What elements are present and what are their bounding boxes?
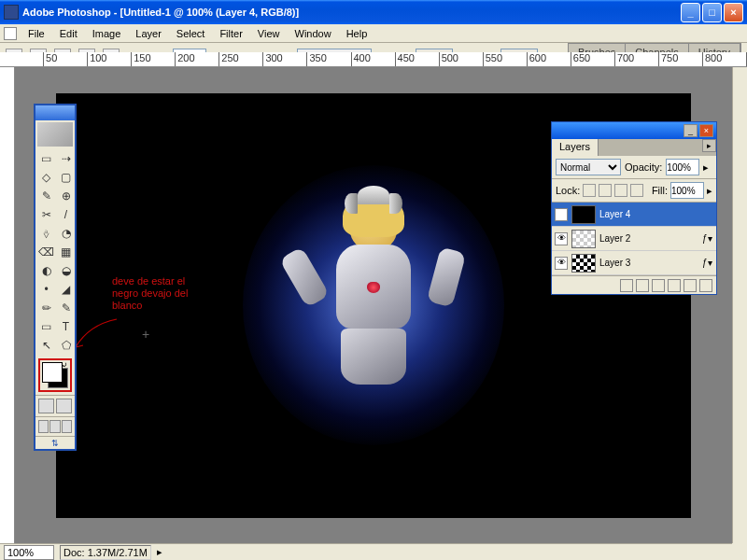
layer-style-button[interactable] <box>620 279 633 292</box>
layer-thumb[interactable] <box>571 230 596 248</box>
jump-to-icon[interactable]: ⇅ <box>35 436 75 449</box>
opacity-label: Opacity: <box>625 161 662 173</box>
fill-input[interactable] <box>670 182 704 199</box>
window-titlebar: Adobe Photoshop - [Untitled-1 @ 100% (La… <box>0 0 747 24</box>
layer-thumb[interactable] <box>571 205 596 224</box>
slice-tool[interactable]: ⊕ <box>56 187 76 205</box>
lock-image-icon[interactable] <box>599 184 612 197</box>
hand-tool[interactable]: ↖ <box>36 336 56 355</box>
window-title: Adobe Photoshop - [Untitled-1 @ 100% (La… <box>22 7 681 18</box>
lasso-tool[interactable]: ◇ <box>36 168 56 187</box>
blend-mode-select[interactable]: Normal <box>556 159 621 175</box>
opacity-arrow-icon[interactable]: ▸ <box>703 161 709 174</box>
pen-tool[interactable]: ✏ <box>36 299 56 317</box>
lock-label: Lock: <box>556 185 580 196</box>
marquee-tool[interactable]: ▭ <box>36 149 56 168</box>
panel-header[interactable]: _ × <box>552 122 716 139</box>
eraser-tool[interactable]: ⌫ <box>36 243 56 261</box>
menu-filter[interactable]: Filter <box>212 26 249 41</box>
zoom-tool[interactable]: ⬠ <box>56 336 76 355</box>
layer-name[interactable]: Layer 4 <box>599 209 713 219</box>
eyedropper-tool[interactable]: T <box>56 317 76 336</box>
layer-mask-button[interactable] <box>636 279 649 292</box>
type-tool[interactable]: ◢ <box>56 280 76 299</box>
screen-menubar[interactable] <box>49 420 60 433</box>
maximize-button[interactable]: □ <box>702 3 722 22</box>
layer-name[interactable]: Layer 3 <box>599 258 698 268</box>
dodge-tool[interactable]: ◒ <box>56 261 76 280</box>
healing-tool[interactable]: ✂ <box>36 205 56 224</box>
menu-edit[interactable]: Edit <box>52 26 85 41</box>
status-bar: 100% Doc: 1.37M/2.71M ▸ <box>0 543 732 560</box>
notes-tool[interactable]: ▭ <box>36 317 56 336</box>
layer-style-icon[interactable]: ƒ▾ <box>702 258 713 268</box>
crosshair-cursor: + <box>142 327 149 342</box>
menu-layer[interactable]: Layer <box>128 26 169 41</box>
shape-tool[interactable]: ✎ <box>56 299 76 317</box>
lock-position-icon[interactable] <box>614 184 627 197</box>
toolbox-header[interactable] <box>35 105 75 120</box>
color-swatch[interactable]: ⤾ <box>38 358 72 392</box>
minimize-button[interactable]: _ <box>681 3 700 22</box>
fill-label: Fill: <box>652 185 668 196</box>
visibility-icon[interactable]: 👁 <box>555 257 568 270</box>
lock-all-icon[interactable] <box>630 184 643 197</box>
gradient-tool[interactable]: ▦ <box>56 243 76 261</box>
toolbox[interactable]: ▭ ⇢ ◇ ▢ ✎ ⊕ ✂ / ⎀ ◔ ⌫ ▦ ◐ ◒ • ◢ ✏ ✎ ▭ T … <box>34 104 77 451</box>
doc-size[interactable]: Doc: 1.37M/2.71M <box>60 545 151 560</box>
opacity-input[interactable] <box>666 159 699 175</box>
menu-file[interactable]: File <box>21 26 52 41</box>
menu-image[interactable]: Image <box>85 26 129 41</box>
document-icon <box>4 27 17 40</box>
layer-row[interactable]: 👁 Layer 2 ƒ▾ <box>552 227 716 251</box>
panel-minimize-button[interactable]: _ <box>684 124 698 137</box>
arrow-annotation <box>70 317 121 355</box>
layer-row[interactable]: 👁 Layer 3 ƒ▾ <box>552 251 716 275</box>
fill-arrow-icon[interactable]: ▸ <box>707 185 712 197</box>
armored-figure <box>308 203 439 408</box>
brush-tool[interactable]: / <box>56 205 76 224</box>
doc-menu-icon[interactable]: ▸ <box>157 546 162 558</box>
layers-tab[interactable]: Layers <box>552 139 599 156</box>
foreground-color[interactable] <box>42 362 63 383</box>
visibility-icon[interactable]: 👁 <box>555 232 568 245</box>
new-set-button[interactable] <box>652 279 665 292</box>
visibility-icon[interactable]: 👁 <box>555 208 568 221</box>
ruler-vertical[interactable] <box>0 67 15 543</box>
layer-style-icon[interactable]: ƒ▾ <box>702 233 713 244</box>
menu-window[interactable]: Window <box>288 26 339 41</box>
panel-footer <box>552 275 716 294</box>
layer-name[interactable]: Layer 2 <box>599 233 698 244</box>
screen-standard[interactable] <box>38 420 49 433</box>
menu-bar: File Edit Image Layer Select Filter View… <box>0 24 747 43</box>
panel-menu-icon[interactable]: ▸ <box>702 139 716 152</box>
app-icon <box>4 5 19 20</box>
standard-mode[interactable] <box>38 399 54 413</box>
ruler-horizontal[interactable]: 5010015020025030035040045050055060065070… <box>0 52 747 67</box>
annotation-text: deve de estar el negro devajo del blanco <box>112 275 188 313</box>
lock-transparent-icon[interactable] <box>583 184 596 197</box>
menu-help[interactable]: Help <box>339 26 375 41</box>
menu-select[interactable]: Select <box>169 26 213 41</box>
stamp-tool[interactable]: ⎀ <box>36 224 56 243</box>
close-button[interactable]: × <box>724 3 743 22</box>
quickmask-mode[interactable] <box>56 399 72 413</box>
path-tool[interactable]: • <box>36 280 56 299</box>
panel-close-button[interactable]: × <box>699 124 713 137</box>
zoom-level[interactable]: 100% <box>4 545 54 560</box>
layer-thumb[interactable] <box>571 254 596 273</box>
crop-tool[interactable]: ✎ <box>36 187 56 205</box>
screen-full[interactable] <box>62 420 72 433</box>
layer-row[interactable]: 👁 Layer 4 <box>552 203 716 227</box>
new-layer-button[interactable] <box>684 279 697 292</box>
history-brush-tool[interactable]: ◔ <box>56 224 76 243</box>
layers-panel[interactable]: _ × Layers ▸ Normal Opacity: ▸ Lock: Fil… <box>551 121 717 295</box>
move-tool[interactable]: ⇢ <box>56 149 76 168</box>
adjustment-layer-button[interactable] <box>668 279 681 292</box>
menu-view[interactable]: View <box>250 26 288 41</box>
delete-layer-button[interactable] <box>699 279 712 292</box>
magic-wand-tool[interactable]: ▢ <box>56 168 76 187</box>
blur-tool[interactable]: ◐ <box>36 261 56 280</box>
scrollbar-vertical[interactable] <box>732 67 747 543</box>
toolbox-logo <box>37 122 73 147</box>
